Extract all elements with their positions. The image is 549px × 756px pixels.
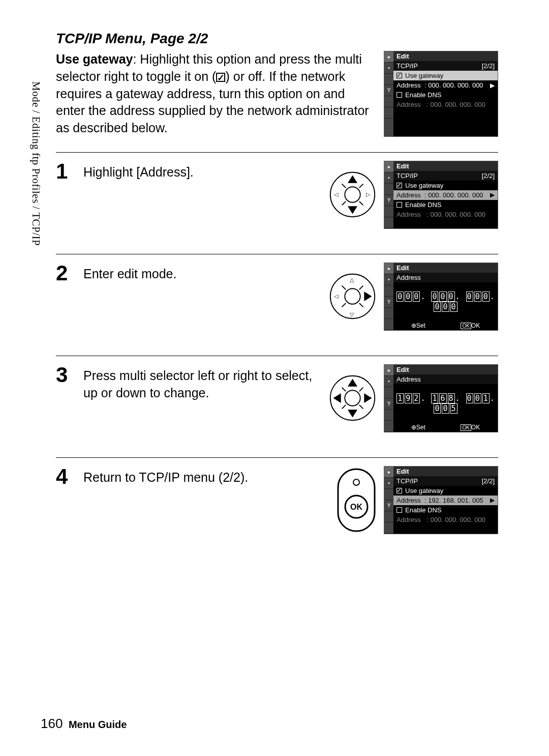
checkbox-on-icon — [396, 183, 402, 188]
dns-address-value: 000. 000. 000. 000 — [431, 101, 485, 108]
screen-tab-tool-icon: Y — [384, 398, 393, 410]
screen-footer: ⊕Set OKOK — [393, 321, 498, 330]
use-gateway-label: Use gateway — [405, 487, 443, 495]
address-value: 192. 168. 001. 005 — [428, 497, 483, 504]
screen-tab-icon — [384, 74, 393, 85]
screen-title-row: Address — [393, 273, 498, 282]
address-label-dim: Address — [396, 101, 421, 108]
step-2: 2 Enter edit mode. ◁ △ ▽ ▸ — [56, 254, 498, 356]
chevron-right-icon: ▶ — [490, 82, 495, 89]
screen-page: [2/2] — [482, 172, 495, 180]
screen-tab-icon — [384, 410, 393, 421]
intro-bold: Use gateway — [56, 52, 133, 66]
screen-row-use-gateway: Use gateway — [393, 486, 498, 496]
screen-tab-icon: ▸ — [384, 365, 393, 376]
screen-tab-tool-icon: Y — [384, 85, 393, 96]
screen-tab-icon: ▸ — [384, 467, 393, 478]
screen-tab-tool-icon: Y — [384, 195, 393, 206]
screen-header-edit: Edit — [393, 365, 498, 374]
screen-row-dns-address: Address : 000. 000. 000. 000 — [393, 515, 498, 525]
screen-tab-icon — [384, 285, 393, 297]
svg-point-11 — [345, 289, 360, 304]
screen-page: [2/2] — [482, 62, 495, 70]
step-4: 4 Return to TCP/IP menu (2/2). OK ▸ • Y — [56, 457, 498, 559]
screen-tab-icon — [384, 96, 393, 107]
screen-title: TCP/IP — [396, 62, 418, 70]
checkbox-on-icon — [396, 488, 402, 493]
address-label-dim: Address — [396, 516, 421, 524]
footer-ok: OKOK — [461, 424, 480, 431]
footer-set: ⊕Set — [411, 322, 425, 329]
checkbox-on-icon — [396, 73, 402, 78]
screen-header-edit: Edit — [393, 263, 498, 273]
screen-title-row: Address — [393, 374, 498, 384]
screen-row-enable-dns: Enable DNS — [393, 505, 498, 515]
section-title: TCP/IP Menu, Page 2/2 — [56, 31, 498, 47]
footer-ok: OKOK — [461, 322, 480, 329]
address-label: Address — [396, 497, 421, 504]
screen-row-use-gateway: Use gateway — [393, 71, 498, 80]
screen-tab-icon — [384, 387, 393, 398]
step-number: 3 — [56, 364, 74, 386]
step-3: 3 Press multi selector left or right to … — [56, 356, 498, 457]
screen-tab-icon: ▸ — [384, 51, 393, 63]
camera-screen-address-edit-zeros: ▸ • Y Edit Address 000. 000. 000. 000 — [384, 263, 498, 331]
screen-row-enable-dns: Enable DNS — [393, 90, 498, 100]
page-footer: 160 Menu Guide — [41, 716, 127, 732]
chevron-right-icon: ▶ — [490, 191, 495, 198]
side-breadcrumb: Mode / Editing ftp Profiles / TCP/IP — [29, 81, 42, 246]
screen-tab-icon: • — [384, 63, 393, 74]
intro-block: Use gateway: Highlight this option and p… — [56, 51, 498, 137]
screen-row-dns-address: Address : 000. 000. 000. 000 — [393, 210, 498, 219]
dns-address-value: 000. 000. 000. 000 — [431, 211, 485, 218]
svg-point-1 — [345, 187, 360, 202]
screen-title: TCP/IP — [396, 172, 418, 180]
intro-text: Use gateway: Highlight this option and p… — [56, 51, 374, 137]
screen-tab-icon: • — [384, 376, 393, 387]
screen-header-edit: Edit — [393, 467, 498, 476]
screen-tab-icon: ▸ — [384, 161, 393, 172]
step-number: 2 — [56, 263, 74, 284]
svg-text:◁: ◁ — [334, 294, 339, 300]
screen-footer: ⊕Set OKOK — [393, 423, 498, 432]
screen-title: Address — [396, 274, 421, 281]
footer-set: ⊕Set — [411, 424, 425, 431]
screen-header-edit: Edit — [393, 51, 498, 61]
use-gateway-label: Use gateway — [405, 182, 443, 189]
screen-tab-icon: • — [384, 274, 393, 285]
screen-row-address-highlighted: Address : 000. 000. 000. 000 ▶ — [393, 190, 498, 200]
screen-title-row: TCP/IP [2/2] — [393, 476, 498, 486]
address-value: 000. 000. 000. 000 — [428, 191, 483, 199]
screen-row-address: Address : 000. 000. 000. 000 ▶ — [393, 80, 498, 90]
step-1: 1 Highlight [Address]. ◁ ▷ ▸ — [56, 152, 498, 254]
screen-tab-icon — [384, 522, 393, 534]
checkbox-off-icon — [396, 507, 402, 513]
svg-text:◁: ◁ — [334, 192, 339, 198]
step-text: Return to TCP/IP menu (2/2). — [83, 466, 327, 486]
page-content: TCP/IP Menu, Page 2/2 Use gateway: Highl… — [56, 31, 498, 559]
screen-tab-icon — [384, 421, 393, 432]
camera-screen-tcpip-result: ▸ • Y Edit TCP/IP [2/2] — [384, 466, 498, 534]
screen-tab-icon — [384, 319, 393, 330]
screen-title: Address — [396, 375, 421, 383]
screen-title-row: TCP/IP [2/2] — [393, 61, 498, 71]
screen-tab-icon — [384, 489, 393, 500]
page-number: 160 — [41, 716, 63, 731]
step-text: Highlight [Address]. — [83, 161, 319, 181]
step-number: 1 — [56, 161, 74, 182]
ok-button-icon: OK — [336, 467, 377, 533]
screen-tab-icon — [384, 206, 393, 217]
dns-address-value: 000. 000. 000. 000 — [431, 516, 485, 524]
step-text: Enter edit mode. — [83, 263, 319, 283]
camera-screen-tcpip-address-highlight: ▸ • Y Edit TCP/IP [2/2] — [384, 161, 498, 229]
step-text: Press multi selector left or right to se… — [83, 364, 319, 402]
multi-selector-right-icon: ◁ △ ▽ — [328, 272, 377, 321]
svg-text:OK: OK — [350, 503, 362, 511]
camera-screen-address-edit-entered: ▸ • Y Edit Address 192. 168. 001. 005 — [384, 364, 498, 432]
footer-title: Menu Guide — [69, 719, 127, 730]
svg-text:▽: ▽ — [350, 312, 354, 318]
screen-row-dns-address: Address : 000. 000. 000. 000 — [393, 100, 498, 109]
screen-title-row: TCP/IP [2/2] — [393, 171, 498, 181]
enable-dns-label: Enable DNS — [405, 91, 442, 99]
screen-row-enable-dns: Enable DNS — [393, 200, 498, 210]
